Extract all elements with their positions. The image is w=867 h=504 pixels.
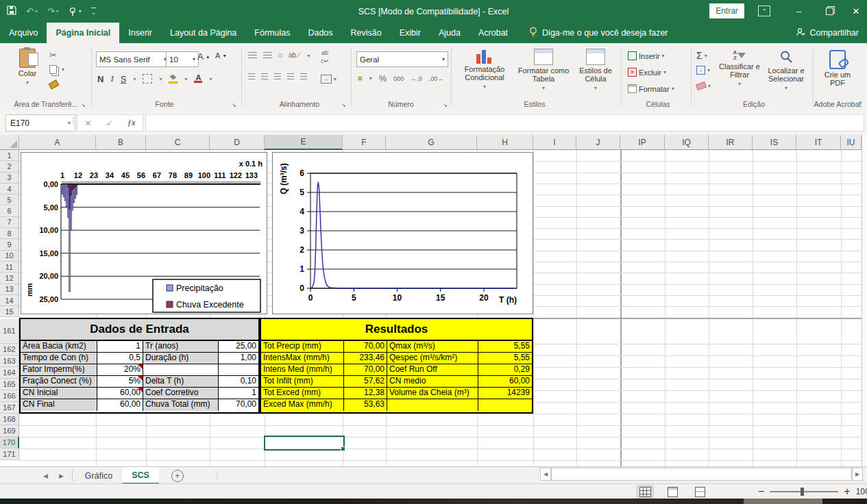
alignment-dialog-launcher-icon[interactable]: ↘	[341, 102, 346, 108]
autosum-button[interactable]: Σ▾	[696, 50, 707, 61]
column-header-H[interactable]: H	[477, 135, 533, 150]
row-header-7[interactable]: 7	[0, 217, 19, 228]
ribbon-tab-inserir[interactable]: Inserir	[119, 23, 161, 43]
ribbon-tab-revis-o[interactable]: Revisão	[342, 23, 391, 43]
resultados-label-cell[interactable]	[387, 399, 478, 411]
cell-styles-button[interactable]: Estilos de Célula ▾	[574, 49, 617, 92]
sheet-tab-gr-fico[interactable]: Gráfico	[75, 467, 122, 484]
underline-button[interactable]: S	[121, 74, 127, 84]
row-header-10[interactable]: 10	[0, 251, 19, 262]
view-page-layout-button[interactable]	[663, 485, 681, 499]
fill-button[interactable]: ↓ ▾	[696, 66, 710, 75]
restore-button[interactable]	[814, 0, 845, 23]
zoom-in-button[interactable]: +	[844, 486, 850, 498]
sign-in-button[interactable]: Entrar	[709, 3, 744, 18]
clear-button[interactable]: ▾	[696, 83, 711, 89]
entrada-value-cell[interactable]: 60,00	[97, 388, 143, 399]
row-header-14[interactable]: 14	[0, 295, 19, 306]
entrada-label-cell[interactable]: Área Bacia (km2)	[21, 341, 97, 353]
row-header-167[interactable]: 167	[0, 402, 19, 414]
redo-icon[interactable]: ↷▾	[47, 6, 59, 16]
row-header-168[interactable]: 168	[0, 414, 19, 425]
ribbon-tab-p-gina-inicial[interactable]: Página Inicial	[47, 23, 119, 43]
resultados-value-cell[interactable]: 233,46	[344, 353, 387, 364]
zoom-level[interactable]: 100%	[856, 487, 867, 496]
collapse-ribbon-icon[interactable]: ⌃	[857, 101, 863, 108]
zoom-slider[interactable]	[770, 491, 838, 492]
clipboard-dialog-launcher-icon[interactable]: ↘	[81, 102, 86, 108]
column-header-C[interactable]: C	[146, 135, 210, 150]
format-painter-button[interactable]	[49, 81, 58, 88]
row-header-169[interactable]: 169	[0, 425, 19, 437]
column-header-F[interactable]: F	[343, 135, 386, 150]
row-header-8[interactable]: 8	[0, 228, 19, 239]
zoom-slider-thumb[interactable]	[801, 488, 804, 496]
share-button[interactable]: Compartilhar	[796, 23, 859, 43]
column-header-I[interactable]: I	[533, 135, 576, 150]
font-color-icon[interactable]: A	[194, 75, 202, 83]
ribbon-tab-acrobat[interactable]: Acrobat	[469, 23, 517, 43]
resultados-value-cell[interactable]: 5,55	[478, 341, 532, 353]
column-header-IQ[interactable]: IQ	[665, 135, 709, 150]
row-header-11[interactable]: 11	[0, 262, 19, 273]
resultados-label-cell[interactable]: Tot Exced (mm)	[261, 388, 344, 399]
cancel-icon[interactable]: ✕	[85, 118, 92, 128]
row-header-1[interactable]: 1	[0, 150, 19, 161]
selected-cell-E170[interactable]	[264, 436, 345, 451]
row-header-166[interactable]: 166	[0, 390, 19, 402]
entrada-label-cell[interactable]: Fator Imperm(%)	[21, 364, 97, 376]
align-middle-icon[interactable]	[263, 52, 272, 59]
row-header-161[interactable]: 161	[0, 319, 19, 344]
column-header-J[interactable]: J	[576, 135, 620, 150]
row-header-164[interactable]: 164	[0, 367, 19, 379]
entrada-value-cell[interactable]: 1	[97, 341, 143, 353]
resultados-value-cell[interactable]: 70,00	[344, 364, 387, 376]
accounting-format-icon[interactable]: ¤	[358, 74, 363, 84]
resultados-label-cell[interactable]: Coef Run Off	[387, 364, 478, 376]
entrada-label-cell[interactable]: CN Final	[21, 399, 97, 411]
fill-handle[interactable]	[341, 446, 345, 451]
paste-button[interactable]: Colar ▾	[10, 49, 45, 87]
decrease-decimal-icon[interactable]: ,00→	[429, 75, 444, 82]
font-dialog-launcher-icon[interactable]: ↘	[232, 102, 236, 108]
ribbon-tab-arquivo[interactable]: Arquivo	[0, 23, 47, 43]
number-format-select[interactable]: Geral▾	[356, 51, 448, 67]
vertical-scrollbar[interactable]	[862, 135, 867, 466]
chart-hydrograph[interactable]: 012345605101520T (h)Q (m³/s)	[272, 152, 533, 314]
align-right-icon[interactable]	[274, 73, 281, 80]
resultados-value-cell[interactable]: 57,62	[344, 376, 387, 388]
close-button[interactable]: ✕	[845, 0, 867, 23]
ribbon-tab-dados[interactable]: Dados	[299, 23, 341, 43]
tab-scroll-right-icon[interactable]: ▶	[53, 467, 69, 484]
enter-icon[interactable]: ✓	[106, 118, 113, 128]
merge-center-icon[interactable]: ↔ ▾	[321, 75, 337, 84]
row-header-170[interactable]: 170	[0, 437, 19, 449]
entrada-value-cell[interactable]: 5%	[97, 376, 143, 388]
orientation-icon[interactable]: ab⟋	[289, 51, 301, 60]
add-sheet-button[interactable]: +	[171, 470, 184, 482]
view-normal-button[interactable]	[636, 485, 654, 499]
increase-indent-icon[interactable]	[300, 73, 307, 80]
resultados-value-cell[interactable]: 14239	[478, 388, 532, 399]
formula-input[interactable]	[145, 114, 864, 131]
resultados-label-cell[interactable]: Tot Precip (mm)	[261, 341, 344, 353]
delete-cells-button[interactable]: ✕ Excluir▾	[628, 68, 666, 77]
resultados-label-cell[interactable]: Intens Med (mm/h)	[261, 364, 344, 376]
ribbon-tab-ajuda[interactable]: Ajuda	[430, 23, 469, 43]
customize-qat-icon[interactable]: ⌄	[91, 8, 97, 16]
wrap-text-icon[interactable]: abc↵	[321, 50, 329, 64]
decrease-indent-icon[interactable]	[287, 73, 294, 80]
save-icon[interactable]	[7, 5, 16, 17]
resultados-label-cell[interactable]: Qespec (m³/s/km²)	[387, 353, 478, 364]
row-header-163[interactable]: 163	[0, 355, 19, 367]
resultados-value-cell[interactable]: 53,63	[344, 399, 387, 411]
name-box[interactable]: E170 ▾	[5, 114, 75, 131]
font-name-select[interactable]: MS Sans Serif▾	[96, 51, 170, 67]
entrada-label-cell[interactable]: Chuva Total (mm)	[143, 399, 219, 411]
tab-scroll-left-icon[interactable]: ◀	[38, 467, 53, 484]
column-header-IT[interactable]: IT	[796, 135, 841, 150]
decrease-font-icon[interactable]: A▼	[215, 51, 227, 60]
row-header-15[interactable]: 15	[0, 306, 19, 317]
resultados-label-cell[interactable]: CN medio	[387, 376, 478, 388]
scroll-left-icon[interactable]: ◀	[540, 468, 551, 481]
